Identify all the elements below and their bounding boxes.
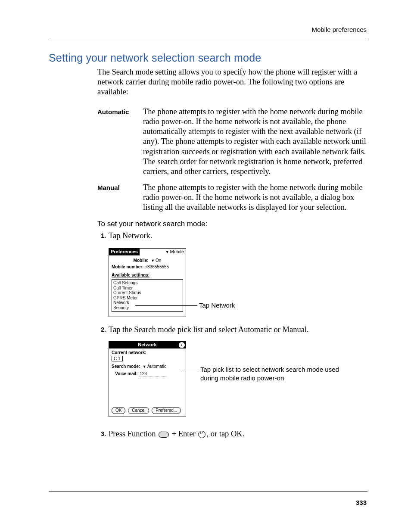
step-number: 3. — [96, 429, 109, 439]
ok-button[interactable]: OK — [112, 407, 125, 414]
page-number: 333 — [356, 499, 367, 506]
step3-pre: Press Function — [109, 429, 158, 438]
chevron-down-icon: ▼ — [151, 258, 155, 263]
term-automatic: Automatic — [97, 107, 143, 177]
button-row: OK Cancel Preferred... — [112, 407, 182, 414]
definition-automatic: Automatic The phone attempts to register… — [97, 107, 369, 177]
app-title: Preferences — [109, 249, 140, 255]
definition-manual: Manual The phone attempts to register wi… — [97, 183, 369, 212]
list-item[interactable]: Security — [113, 305, 181, 311]
callout-tap-network: Tap Network — [199, 302, 235, 309]
function-key-icon — [159, 432, 169, 438]
step-2: 2. Tap the Search mode pick list and sel… — [96, 325, 368, 335]
callout-leader — [135, 305, 197, 306]
rule-bottom — [49, 492, 367, 492]
page: Mobile preferences Setting your network … — [0, 0, 411, 532]
list-item[interactable]: Call Timer — [113, 286, 181, 291]
step-text: Tap the Search mode pick list and select… — [109, 325, 368, 335]
mobile-value[interactable]: On — [156, 258, 161, 263]
chevron-down-icon: ▼ — [143, 364, 146, 369]
enter-key-icon — [198, 431, 206, 438]
info-icon[interactable]: i — [179, 342, 185, 348]
screenshot-preferences: Preferences ▼Mobile Mobile: ▼On Mobile n… — [109, 248, 186, 317]
step-1: 1. Tap Network. — [96, 231, 368, 241]
step3-mid: + Enter — [170, 429, 197, 438]
step-text: Tap Network. — [109, 231, 368, 241]
step-number: 1. — [96, 231, 109, 241]
preferred-button[interactable]: Preferred... — [152, 407, 181, 414]
term-manual: Manual — [97, 183, 143, 212]
step-number: 2. — [96, 325, 109, 335]
mobile-label: Mobile: — [134, 258, 149, 263]
category-picker[interactable]: ▼Mobile — [165, 249, 186, 255]
procedure-heading: To set your network search mode: — [97, 220, 207, 228]
section-heading: Setting your network selection search mo… — [49, 52, 261, 64]
dialog-title: Network — [138, 342, 156, 347]
chevron-down-icon: ▼ — [165, 250, 169, 254]
search-mode-picklist[interactable]: Automatic — [147, 364, 166, 369]
screenshot-network: Network i Current network: C 1 Search mo… — [109, 341, 186, 417]
mobile-number-label: Mobile number: — [112, 264, 143, 269]
voice-mail-label: Voice mail: — [115, 371, 137, 376]
settings-list[interactable]: Call Settings Call Timer Current Status … — [112, 279, 183, 312]
list-item[interactable]: Call Settings — [113, 280, 181, 286]
mobile-number-row: Mobile number: +336555555 — [109, 264, 186, 270]
search-mode-label: Search mode: — [112, 364, 140, 369]
rule-top — [49, 39, 367, 39]
intro-paragraph: The Search mode setting allows you to sp… — [97, 67, 368, 97]
current-network-value: C 1 — [112, 356, 123, 361]
available-settings-label: Available settings: — [109, 270, 186, 278]
step3-post: , or tap OK. — [206, 429, 244, 438]
current-network-label: Current network: — [112, 350, 183, 355]
desc-manual: The phone attempts to register with the … — [143, 183, 369, 212]
callout-search-mode: Tap pick list to select network search m… — [200, 365, 347, 382]
mobile-number-value: +336555555 — [145, 264, 169, 269]
voice-mail-row: Voice mail: 123 — [112, 371, 183, 376]
mobile-toggle-row: Mobile: ▼On — [109, 255, 186, 264]
step-text: Press Function + Enter , or tap OK. — [109, 429, 368, 439]
titlebar: Preferences ▼Mobile — [109, 249, 186, 255]
list-item[interactable]: Current Status — [113, 290, 181, 296]
list-item[interactable]: GPRS Meter — [113, 296, 181, 301]
callout-leader — [181, 372, 199, 372]
running-header: Mobile preferences — [311, 26, 367, 33]
definition-list: Automatic The phone attempts to register… — [97, 107, 369, 218]
step-3: 3. Press Function + Enter , or tap OK. — [96, 429, 368, 439]
desc-automatic: The phone attempts to register with the … — [143, 107, 369, 177]
cancel-button[interactable]: Cancel — [128, 407, 149, 414]
voice-mail-field[interactable]: 123 — [139, 371, 166, 376]
list-item-network[interactable]: Network — [113, 300, 181, 305]
search-mode-row: Search mode: ▼Automatic — [112, 364, 183, 369]
category-label: Mobile — [170, 249, 184, 254]
dialog-titlebar: Network i — [109, 342, 186, 348]
